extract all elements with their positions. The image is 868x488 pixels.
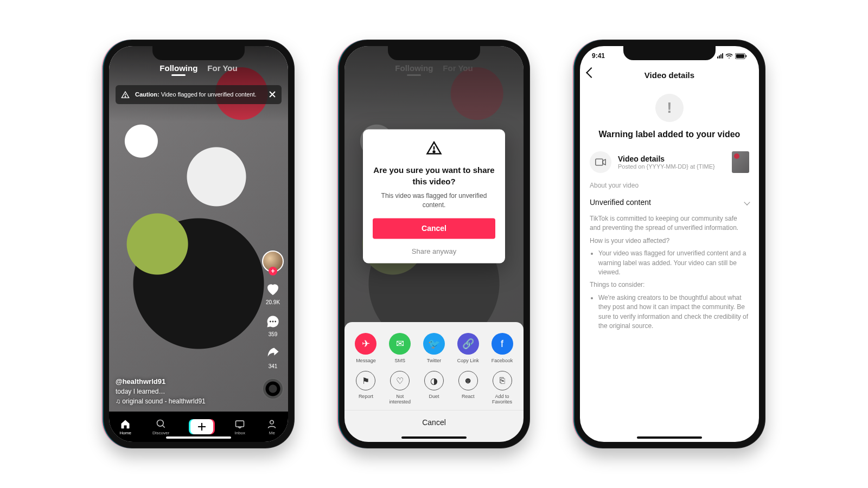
details-title: Video details (618, 155, 715, 163)
tab-me[interactable]: Me (266, 419, 277, 435)
like-count: 20.9K (266, 299, 280, 305)
modal-title: Are you sure you want to share this vide… (373, 165, 495, 188)
commitment-text: TikTok is committed to keeping our commu… (590, 214, 749, 233)
share-twitter[interactable]: 🐦Twitter (419, 333, 449, 363)
status-icons (717, 53, 747, 59)
warning-icon (426, 140, 442, 157)
status-time: 9:41 (592, 52, 605, 60)
close-icon[interactable] (269, 91, 276, 98)
unverified-content-expander[interactable]: Unverified content (590, 194, 749, 211)
section-about: About your video (590, 182, 749, 189)
tab-home-label: Home (120, 431, 131, 435)
chevron-down-icon (744, 199, 750, 205)
bullet-consider: We're asking creators to be thoughtful a… (598, 293, 749, 331)
svg-point-1 (125, 97, 125, 97)
comment-count: 359 (269, 331, 278, 337)
tab-inbox[interactable]: Inbox (234, 419, 245, 435)
video-icon (590, 151, 611, 173)
share-sheet: ✈Message✉SMS🐦Twitter🔗Copy LinkfFacebook … (344, 322, 524, 442)
three-phone-layout: Following For You Caution: Video flagged… (0, 0, 868, 488)
action-icon: ◑ (424, 371, 444, 390)
share-sms[interactable]: ✉SMS (385, 333, 415, 363)
action-not-interested[interactable]: ♡Not interested (385, 371, 415, 404)
action-icon: ♡ (390, 371, 410, 390)
share-copy-link[interactable]: 🔗Copy Link (453, 333, 483, 363)
share-label: Message (356, 358, 376, 363)
warning-icon: ! (655, 94, 684, 122)
share-label: SMS (394, 358, 405, 363)
creator-handle[interactable]: @healthwrld91 (116, 376, 206, 387)
caution-text: Video flagged for unverified content. (159, 91, 257, 98)
creator-avatar[interactable] (262, 251, 284, 272)
svg-line-6 (162, 425, 164, 427)
svg-rect-14 (596, 159, 603, 165)
caution-strong: Caution: (135, 91, 159, 98)
tab-discover-label: Discover (152, 431, 169, 435)
warning-icon (121, 91, 130, 101)
svg-point-3 (272, 321, 274, 323)
video-details-row[interactable]: Video details Posted on {YYYY-MM-DD} at … (590, 151, 749, 173)
share-anyway-button[interactable]: Share anyway (373, 245, 495, 256)
phone-feed: Following For You Caution: Video flagged… (103, 40, 295, 448)
share-facebook[interactable]: fFacebook (487, 333, 518, 363)
svg-point-5 (157, 420, 163, 426)
share-icon: f (492, 333, 513, 355)
page-title: Video details (580, 65, 759, 85)
share-icon: ✉ (389, 333, 411, 355)
cancel-button[interactable]: Cancel (373, 219, 495, 239)
tab-home[interactable]: Home (120, 419, 131, 435)
comment-button[interactable]: 359 (265, 314, 280, 337)
tab-following[interactable]: Following (159, 63, 197, 76)
share-confirm-modal: Are you sure you want to share this vide… (363, 130, 505, 264)
action-icon: ⚑ (356, 371, 375, 390)
tab-for-you[interactable]: For You (207, 63, 237, 76)
action-label: Duet (429, 394, 439, 399)
action-icon: ☻ (458, 371, 478, 390)
question-affected: How is your video affected? (590, 236, 749, 246)
svg-point-8 (270, 420, 274, 424)
video-caption: today I learned… (116, 387, 206, 396)
video-thumbnail (732, 151, 749, 173)
action-label: Not interested (385, 394, 415, 404)
warning-heading: Warning label added to your video (590, 130, 749, 139)
share-message[interactable]: ✈Message (350, 333, 381, 363)
share-icon: 🐦 (423, 333, 445, 355)
action-duet[interactable]: ◑Duet (419, 371, 449, 404)
action-react[interactable]: ☻React (453, 371, 483, 404)
like-button[interactable]: 20.9K (265, 281, 281, 305)
phone-video-details: 9:41 Video details ! Warning label added… (573, 40, 765, 448)
caution-banner[interactable]: Caution: Video flagged for unverified co… (116, 85, 282, 104)
svg-point-4 (275, 321, 276, 323)
tab-inbox-label: Inbox (235, 431, 246, 435)
tab-discover[interactable]: Discover (152, 419, 169, 435)
tab-me-label: Me (269, 431, 275, 435)
share-label: Twitter (427, 358, 442, 363)
svg-point-10 (433, 151, 435, 153)
action-report[interactable]: ⚑Report (350, 371, 381, 404)
sheet-cancel-button[interactable]: Cancel (344, 410, 524, 429)
sound-name[interactable]: ♫ original sound - healthwrld91 (116, 396, 206, 406)
create-button[interactable] (190, 419, 213, 434)
sound-disc[interactable] (262, 378, 284, 400)
question-consider: Things to consider: (590, 280, 749, 290)
share-icon: ✈ (355, 333, 376, 355)
share-label: Facebook (492, 358, 513, 363)
share-label: Copy Link (457, 358, 479, 363)
share-icon: 🔗 (457, 333, 479, 355)
phone-share-confirm: Following For You ✈Message✉SMS🐦Twitter🔗C… (338, 40, 530, 448)
details-subtitle: Posted on {YYYY-MM-DD} at {TIME} (618, 163, 715, 170)
action-label: React (462, 394, 475, 399)
svg-point-2 (270, 321, 271, 323)
svg-rect-13 (745, 55, 746, 57)
bullet-affected: Your video was flagged for unverified co… (598, 249, 749, 277)
action-icon: ⎘ (493, 371, 512, 390)
share-button[interactable]: 341 (265, 346, 280, 369)
expander-label: Unverified content (590, 198, 651, 207)
action-label: Add to Favorites (487, 394, 518, 404)
action-add-to-favorites[interactable]: ⎘Add to Favorites (487, 371, 518, 404)
share-count: 341 (269, 363, 278, 369)
svg-rect-12 (736, 54, 744, 58)
action-label: Report (359, 394, 373, 399)
modal-body: This video was flagged for unverified co… (373, 191, 495, 210)
svg-rect-7 (236, 421, 244, 427)
